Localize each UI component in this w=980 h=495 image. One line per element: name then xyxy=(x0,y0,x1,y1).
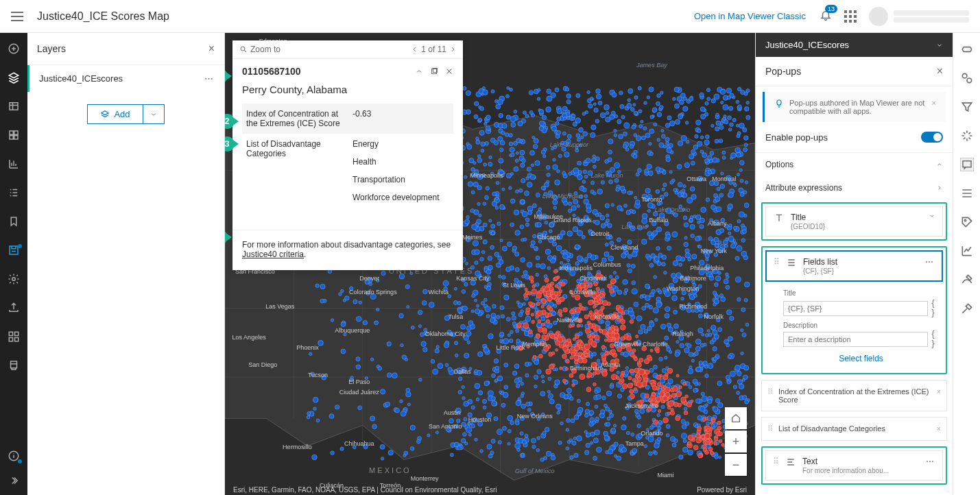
ice-score-field-card[interactable]: ⠿ Index of Concentration at the Extremes… xyxy=(761,380,947,411)
collapse-icon[interactable] xyxy=(415,67,423,75)
svg-text:Atlanta: Atlanta xyxy=(601,361,621,368)
expand-rail-icon[interactable] xyxy=(8,474,20,487)
svg-point-1161 xyxy=(730,316,734,320)
justice40-criteria-link[interactable]: Justice40 criteria xyxy=(242,250,304,259)
remove-icon[interactable]: × xyxy=(937,424,941,433)
svg-point-1948 xyxy=(407,305,409,308)
map-canvas[interactable]: EdmontonCalgaryReginaWinnipegSeattlePort… xyxy=(225,33,755,495)
close-icon[interactable] xyxy=(445,67,453,75)
svg-point-534 xyxy=(514,210,519,215)
svg-point-1540 xyxy=(498,136,503,141)
apps-grid-icon[interactable] xyxy=(844,10,857,23)
bookmark-icon[interactable] xyxy=(8,215,20,228)
open-map-viewer-classic-link[interactable]: Open in Map Viewer Classic xyxy=(694,11,806,21)
svg-point-414 xyxy=(385,402,390,407)
more-icon[interactable]: ⋯ xyxy=(926,457,935,466)
disadvantage-categories-field-card[interactable]: ⠿ List of Disadvantage Categories × xyxy=(761,417,947,441)
fields-list-content-card[interactable]: ⠿ Fields list {CF}, {SF} ⋯ xyxy=(765,250,943,282)
save-icon[interactable] xyxy=(8,244,20,256)
svg-point-1320 xyxy=(641,120,643,123)
svg-point-590 xyxy=(533,204,537,208)
svg-point-2467 xyxy=(529,302,533,306)
zoom-to-button[interactable]: Zoom to xyxy=(239,45,280,54)
close-icon[interactable]: × xyxy=(937,65,943,77)
filter-icon[interactable] xyxy=(960,100,974,114)
svg-point-2348 xyxy=(660,391,665,396)
layer-selector[interactable]: Justice40_ICEscores xyxy=(756,33,953,57)
svg-point-479 xyxy=(481,302,484,305)
sketch-icon[interactable] xyxy=(960,273,974,287)
print-icon[interactable] xyxy=(8,359,20,372)
svg-point-436 xyxy=(744,136,749,141)
zoom-in-button[interactable]: + xyxy=(725,431,747,452)
add-layer-caret[interactable] xyxy=(143,105,164,123)
svg-point-2072 xyxy=(533,355,536,359)
widgets-icon[interactable] xyxy=(8,330,20,343)
more-icon[interactable]: ⋯ xyxy=(204,73,215,84)
drag-handle-icon[interactable]: ⠿ xyxy=(774,257,780,267)
svg-text:Tulsa: Tulsa xyxy=(448,313,464,320)
layer-item[interactable]: Justice40_ICEscores ⋯ xyxy=(27,65,224,92)
svg-point-748 xyxy=(679,455,683,459)
dismiss-icon[interactable]: × xyxy=(932,99,936,107)
settings-icon[interactable] xyxy=(8,273,20,285)
remove-icon[interactable]: × xyxy=(937,387,941,396)
svg-point-1609 xyxy=(601,180,604,184)
drag-handle-icon[interactable]: ⠿ xyxy=(767,424,773,433)
dock-icon[interactable] xyxy=(430,67,438,75)
chart-icon[interactable] xyxy=(8,158,20,170)
layers-icon[interactable] xyxy=(8,71,20,84)
svg-point-2270 xyxy=(644,378,647,381)
svg-point-1266 xyxy=(621,115,625,119)
expression-icon[interactable]: { } xyxy=(932,329,939,348)
svg-point-933 xyxy=(674,104,679,108)
effects-icon[interactable] xyxy=(960,129,974,143)
svg-point-612 xyxy=(597,447,602,452)
select-fields-link[interactable]: Select fields xyxy=(783,348,939,366)
more-icon[interactable]: ⋯ xyxy=(925,257,935,267)
svg-point-375 xyxy=(640,409,645,413)
add-icon[interactable] xyxy=(8,43,20,55)
svg-point-1954 xyxy=(529,111,533,114)
close-icon[interactable]: × xyxy=(208,43,215,55)
previous-icon[interactable] xyxy=(411,46,418,53)
svg-point-1962 xyxy=(617,119,621,123)
zoom-out-button[interactable]: − xyxy=(725,454,747,476)
svg-point-2432 xyxy=(706,439,710,442)
fields-icon[interactable] xyxy=(960,186,974,200)
styles-icon[interactable] xyxy=(960,71,974,85)
enable-popups-toggle[interactable] xyxy=(921,132,943,143)
title-content-card[interactable]: Title {GEOID10} xyxy=(765,206,943,237)
options-header[interactable]: Options xyxy=(756,152,953,176)
svg-point-1995 xyxy=(474,114,478,119)
text-content-card[interactable]: ⠿ Text For more information abou... ⋯ xyxy=(765,450,943,481)
svg-point-1792 xyxy=(512,322,516,326)
home-button[interactable] xyxy=(725,407,747,429)
drag-handle-icon[interactable]: ⠿ xyxy=(767,387,773,396)
share-icon[interactable] xyxy=(8,302,20,314)
description-field-input[interactable] xyxy=(783,332,928,347)
properties-icon[interactable] xyxy=(960,43,974,56)
clustering-icon[interactable] xyxy=(960,244,974,258)
user-avatar[interactable] xyxy=(869,7,888,26)
info-icon[interactable] xyxy=(8,450,20,462)
title-field-input[interactable] xyxy=(783,301,928,316)
expression-icon[interactable]: { } xyxy=(932,298,939,317)
popups-icon[interactable] xyxy=(960,158,974,171)
svg-point-1889 xyxy=(562,254,568,259)
basemap-icon[interactable] xyxy=(8,129,20,141)
svg-point-1936 xyxy=(582,180,586,184)
tools-icon[interactable] xyxy=(960,302,974,315)
labels-icon[interactable] xyxy=(960,215,974,229)
svg-point-1909 xyxy=(401,411,406,416)
svg-point-715 xyxy=(307,412,311,415)
table-icon[interactable] xyxy=(8,100,20,112)
legend-icon[interactable] xyxy=(8,186,20,199)
add-layer-button[interactable]: Add xyxy=(87,104,164,124)
menu-icon[interactable] xyxy=(11,12,23,21)
next-icon[interactable] xyxy=(449,46,456,53)
svg-point-1927 xyxy=(689,219,693,222)
notifications-icon[interactable]: 13 xyxy=(820,9,832,24)
attribute-expressions-row[interactable]: Attribute expressions xyxy=(756,176,953,200)
drag-handle-icon[interactable]: ⠿ xyxy=(773,457,779,466)
